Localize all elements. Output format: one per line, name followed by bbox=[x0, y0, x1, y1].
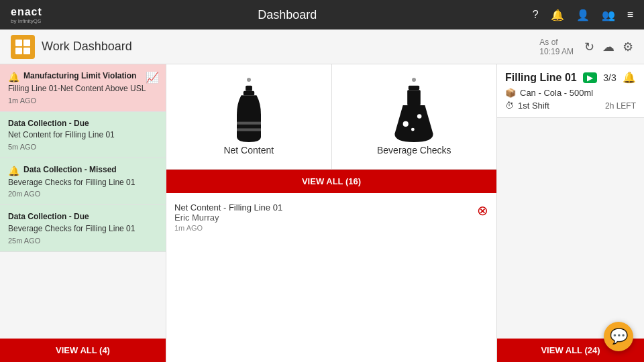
record-time: 1m AGO bbox=[174, 224, 282, 232]
notif-title: Data Collection - Missed bbox=[23, 165, 117, 176]
svg-rect-5 bbox=[244, 91, 254, 96]
chat-icon: 💬 bbox=[610, 328, 628, 345]
right-panel-header: Filling Line 01 ▶ 3/3 🔔 📦 Can - Cola - 5… bbox=[497, 64, 644, 118]
sub-header-actions: ↻ ☁ ⚙ bbox=[584, 40, 633, 54]
chat-button[interactable]: 💬 bbox=[604, 322, 633, 351]
notif-time: 1m AGO bbox=[8, 97, 158, 105]
card-dot bbox=[247, 78, 251, 82]
notif-subtitle: Net Content for Filling Line 01 bbox=[8, 130, 158, 141]
notification-item[interactable]: 🔔 Manufacturing Limit Violation Filling … bbox=[0, 64, 166, 112]
sub-header-left: Work Dashboard bbox=[11, 35, 132, 59]
logo: enact by InfinityQS bbox=[11, 6, 42, 24]
main-content: 🔔 Manufacturing Limit Violation Filling … bbox=[0, 64, 644, 362]
svg-rect-1 bbox=[23, 40, 30, 46]
notif-subtitle: Filling Line 01-Net Content Above USL bbox=[8, 84, 158, 95]
svg-rect-2 bbox=[15, 48, 22, 54]
notif-time: 20m AGO bbox=[8, 190, 158, 198]
left-view-all-button[interactable]: VIEW ALL (4) bbox=[0, 339, 166, 362]
center-panel: Net Content Beverage Checks VIEW ALL (16… bbox=[166, 64, 496, 362]
center-records: Net Content - Filling Line 01 Eric Murra… bbox=[166, 193, 496, 362]
top-nav: enact by InfinityQS Dashboard ? 🔔 👤 👥 ≡ bbox=[0, 0, 644, 29]
notification-item[interactable]: 🔔 Data Collection - Missed Beverage Chec… bbox=[0, 158, 166, 206]
users-icon[interactable]: 👥 bbox=[602, 9, 615, 21]
beverage-checks-card[interactable]: Beverage Checks bbox=[332, 64, 497, 169]
notif-time: 25m AGO bbox=[8, 237, 158, 245]
time-left: 2h LEFT bbox=[605, 101, 636, 111]
svg-point-11 bbox=[417, 114, 422, 119]
notif-subtitle: Beverage Checks for Filling Line 01 bbox=[8, 178, 158, 188]
as-of-label: As of 10:19 AM bbox=[539, 38, 574, 56]
card-dot2 bbox=[412, 78, 416, 82]
filling-line-product: 📦 Can - Cola - 500ml bbox=[505, 88, 636, 98]
svg-rect-9 bbox=[407, 90, 421, 105]
notifications-list: 🔔 Manufacturing Limit Violation Filling … bbox=[0, 64, 166, 339]
user-avatar[interactable]: 👤 bbox=[576, 9, 590, 21]
filling-line-count: 3/3 bbox=[603, 72, 616, 83]
filling-line-title: Filling Line 01 bbox=[505, 72, 577, 84]
notif-time: 5m AGO bbox=[8, 143, 158, 151]
record-title: Net Content - Filling Line 01 bbox=[174, 202, 282, 213]
settings-icon[interactable]: ⚙ bbox=[623, 40, 633, 54]
bottle-icon bbox=[227, 84, 270, 145]
chart-icon: 📈 bbox=[146, 71, 159, 84]
record-item: Net Content - Filling Line 01 Eric Murra… bbox=[174, 202, 488, 232]
left-panel: 🔔 Manufacturing Limit Violation Filling … bbox=[0, 64, 166, 362]
svg-rect-8 bbox=[409, 86, 419, 90]
notif-bell-icon: 🔔 bbox=[8, 166, 19, 176]
logo-text: enact bbox=[11, 6, 42, 18]
filling-line-shift: ⏱ 1st Shift 2h LEFT bbox=[505, 101, 636, 111]
dismiss-icon[interactable]: ⊗ bbox=[477, 202, 488, 219]
svg-rect-4 bbox=[246, 86, 252, 91]
beverage-checks-label: Beverage Checks bbox=[377, 145, 451, 156]
help-icon[interactable]: ? bbox=[533, 9, 539, 21]
page-title: Work Dashboard bbox=[42, 40, 132, 54]
right-panel: Filling Line 01 ▶ 3/3 🔔 📦 Can - Cola - 5… bbox=[496, 64, 644, 362]
notif-title: Manufacturing Limit Violation bbox=[23, 71, 136, 82]
bell-icon[interactable]: 🔔 bbox=[551, 9, 564, 21]
notif-subtitle: Beverage Checks for Filling Line 01 bbox=[8, 224, 158, 235]
shift-name: 1st Shift bbox=[518, 101, 549, 111]
sub-header: Work Dashboard As of 10:19 AM ↻ ☁ ⚙ bbox=[0, 29, 644, 64]
net-content-card[interactable]: Net Content bbox=[166, 64, 332, 169]
svg-point-12 bbox=[411, 128, 415, 131]
sub-header-right: As of 10:19 AM ↻ ☁ ⚙ bbox=[539, 38, 633, 56]
nav-title: Dashboard bbox=[258, 8, 317, 22]
net-content-label: Net Content bbox=[223, 145, 274, 156]
svg-rect-3 bbox=[23, 48, 30, 54]
menu-icon[interactable]: ≡ bbox=[627, 9, 633, 21]
svg-rect-6 bbox=[237, 122, 261, 125]
notif-title: Data Collection - Due bbox=[8, 212, 89, 223]
svg-rect-0 bbox=[15, 40, 22, 46]
dashboard-icon bbox=[11, 35, 35, 59]
record-subtitle: Eric Murray bbox=[174, 213, 282, 223]
filling-line-bell-icon: 🔔 bbox=[623, 71, 636, 84]
active-badge: ▶ bbox=[583, 72, 597, 83]
can-icon: 📦 bbox=[505, 88, 516, 98]
notif-bell-icon: 🔔 bbox=[8, 72, 19, 82]
refresh-icon[interactable]: ↻ bbox=[584, 40, 594, 54]
logo-sub: by InfinityQS bbox=[11, 18, 42, 24]
center-cards: Net Content Beverage Checks bbox=[166, 64, 496, 170]
product-name: Can - Cola - 500ml bbox=[520, 88, 593, 98]
nav-icons: ? 🔔 👤 👥 ≡ bbox=[533, 9, 633, 21]
cloud-icon[interactable]: ☁ bbox=[602, 40, 614, 54]
center-view-all-button[interactable]: VIEW ALL (16) bbox=[166, 170, 496, 193]
notification-item[interactable]: Data Collection - Due Net Content for Fi… bbox=[0, 112, 166, 158]
filling-line-row: Filling Line 01 ▶ 3/3 🔔 bbox=[505, 71, 636, 84]
notif-title: Data Collection - Due bbox=[8, 119, 89, 129]
flask-icon bbox=[390, 84, 437, 145]
svg-rect-7 bbox=[237, 128, 261, 131]
svg-point-10 bbox=[403, 121, 409, 127]
notification-item[interactable]: Data Collection - Due Beverage Checks fo… bbox=[0, 205, 166, 251]
right-panel-content bbox=[497, 118, 644, 339]
clock-icon: ⏱ bbox=[505, 101, 514, 111]
